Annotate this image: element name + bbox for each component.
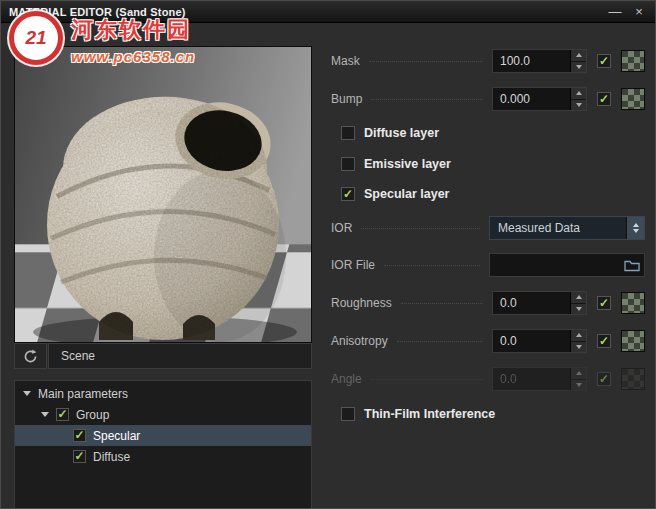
emissive-layer-checkbox[interactable] <box>341 157 355 171</box>
mask-label: Mask <box>331 54 360 68</box>
window-title: MATERIAL EDITOR (Sand Stone) <box>9 6 186 18</box>
chevron-down-icon[interactable] <box>23 391 31 396</box>
material-preview-render <box>15 47 311 342</box>
group-checkbox[interactable] <box>56 408 69 421</box>
anisotropy-row: Anisotropy 0.0 <box>331 328 645 354</box>
spin-down-icon <box>571 379 586 391</box>
anisotropy-input[interactable]: 0.0 <box>492 329 587 353</box>
close-icon[interactable]: × <box>631 2 647 22</box>
bump-texture-swatch[interactable] <box>621 88 645 110</box>
browse-file-button[interactable] <box>620 254 644 276</box>
dropdown-arrows-icon[interactable] <box>626 217 644 239</box>
leader-line <box>397 340 483 342</box>
ior-file-input[interactable] <box>489 253 645 277</box>
specular-layer-row: Specular layer <box>331 181 645 207</box>
bump-row: Bump 0.000 <box>331 86 645 112</box>
diffuse-checkbox[interactable] <box>73 450 86 463</box>
leader-line <box>401 302 483 304</box>
roughness-enable-checkbox[interactable] <box>597 296 611 310</box>
bump-enable-checkbox[interactable] <box>597 92 611 106</box>
ior-label: IOR <box>331 221 352 235</box>
tree-item-label: Specular <box>93 429 140 443</box>
tree-item-label: Group <box>76 408 109 422</box>
angle-row: Angle 0.0 <box>331 366 645 392</box>
refresh-icon <box>23 349 38 364</box>
roughness-input[interactable]: 0.0 <box>492 291 587 315</box>
specular-layer-checkbox[interactable] <box>341 187 355 201</box>
ior-dropdown-value: Measured Data <box>490 217 626 239</box>
roughness-texture-swatch[interactable] <box>621 292 645 314</box>
roughness-value: 0.0 <box>493 292 570 314</box>
angle-value: 0.0 <box>493 368 570 390</box>
leader-line <box>384 264 480 266</box>
spin-down-icon[interactable] <box>571 99 586 111</box>
bump-input[interactable]: 0.000 <box>492 87 587 111</box>
spin-down-icon[interactable] <box>571 341 586 353</box>
roughness-row: Roughness 0.0 <box>331 290 645 316</box>
material-editor-window: MATERIAL EDITOR (Sand Stone) — × 21 河东软件… <box>0 0 656 509</box>
diffuse-layer-label: Diffuse layer <box>364 126 439 140</box>
tree-item-diffuse[interactable]: Diffuse <box>15 446 311 467</box>
mask-value: 100.0 <box>493 50 570 72</box>
chevron-down-icon[interactable] <box>41 412 49 417</box>
emissive-layer-row: Emissive layer <box>331 151 645 177</box>
spin-up-icon[interactable] <box>571 330 586 341</box>
leader-line <box>369 60 483 62</box>
ior-file-label: IOR File <box>331 258 375 272</box>
leader-line <box>361 227 480 229</box>
mask-enable-checkbox[interactable] <box>597 54 611 68</box>
spin-up-icon[interactable] <box>571 88 586 99</box>
leader-line <box>371 378 483 380</box>
ior-row: IOR Measured Data <box>331 215 645 241</box>
anisotropy-enable-checkbox[interactable] <box>597 334 611 348</box>
mask-row: Mask 100.0 <box>331 48 645 74</box>
diffuse-layer-row: Diffuse layer <box>331 120 645 146</box>
anisotropy-label: Anisotropy <box>331 334 388 348</box>
folder-icon <box>624 259 640 272</box>
anisotropy-texture-swatch[interactable] <box>621 330 645 352</box>
diffuse-layer-checkbox[interactable] <box>341 126 355 140</box>
tree-item-main-parameters[interactable]: Main parameters <box>15 383 311 404</box>
spin-up-icon[interactable] <box>571 292 586 303</box>
scene-selector-label: Scene <box>61 349 95 363</box>
spin-down-icon[interactable] <box>571 61 586 73</box>
angle-texture-swatch <box>621 368 645 390</box>
roughness-label: Roughness <box>331 296 392 310</box>
tree-item-label: Diffuse <box>93 450 130 464</box>
spin-down-icon[interactable] <box>571 303 586 315</box>
bump-value: 0.000 <box>493 88 570 110</box>
tree-item-specular[interactable]: Specular <box>15 425 311 446</box>
tree-item-group[interactable]: Group <box>15 404 311 425</box>
specular-checkbox[interactable] <box>73 429 86 442</box>
ior-dropdown[interactable]: Measured Data <box>489 216 645 240</box>
emissive-layer-label: Emissive layer <box>364 157 451 171</box>
ior-file-row: IOR File <box>331 252 645 278</box>
minimize-icon[interactable]: — <box>607 2 623 22</box>
material-preview[interactable] <box>14 46 312 343</box>
mask-texture-swatch[interactable] <box>621 50 645 72</box>
thin-film-label: Thin-Film Interference <box>364 407 495 421</box>
specular-layer-label: Specular layer <box>364 187 449 201</box>
tree-item-label: Main parameters <box>38 387 128 401</box>
material-tree: Main parameters Group Specular Diffuse <box>14 380 312 509</box>
bump-label: Bump <box>331 92 362 106</box>
angle-enable-checkbox <box>597 372 611 386</box>
angle-input: 0.0 <box>492 367 587 391</box>
refresh-preview-button[interactable] <box>14 343 47 369</box>
angle-label: Angle <box>331 372 362 386</box>
leader-line <box>371 98 483 100</box>
scene-selector[interactable]: Scene <box>48 343 312 369</box>
anisotropy-value: 0.0 <box>493 330 570 352</box>
mask-input[interactable]: 100.0 <box>492 49 587 73</box>
spin-up-icon <box>571 368 586 379</box>
thin-film-checkbox[interactable] <box>341 407 355 421</box>
thin-film-row: Thin-Film Interference <box>331 401 645 427</box>
title-bar: MATERIAL EDITOR (Sand Stone) — × <box>1 1 655 23</box>
spin-up-icon[interactable] <box>571 50 586 61</box>
